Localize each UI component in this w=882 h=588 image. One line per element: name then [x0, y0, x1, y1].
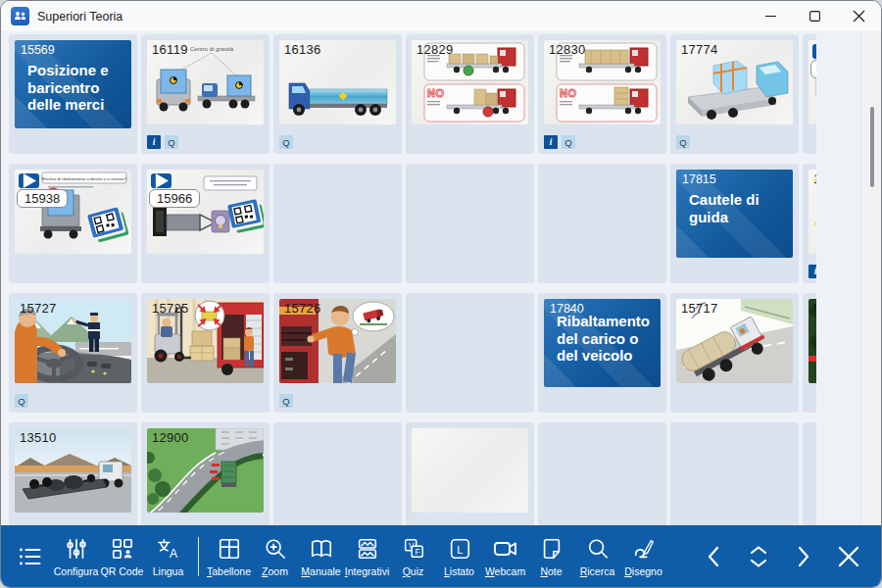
- play-button[interactable]: [812, 44, 816, 59]
- tile-number: 17840: [550, 302, 584, 316]
- tile-16136[interactable]: 16136 Q: [273, 34, 402, 154]
- toolbar-integrativi[interactable]: Integrativi: [344, 536, 390, 577]
- toolbar-qr-code[interactable]: QR Code: [99, 536, 145, 577]
- pen-icon: [632, 536, 656, 562]
- tile-number: 16119: [152, 42, 188, 57]
- quiz-badge[interactable]: Q: [676, 135, 690, 149]
- toolbar-label: QR Code: [101, 565, 144, 577]
- close-button[interactable]: [837, 1, 881, 31]
- tile-15569[interactable]: 15569 Posizione e baricentro delle merci: [9, 34, 137, 154]
- titlebar: Superiori Teoria: [1, 1, 881, 32]
- window-title: Superiori Teoria: [37, 10, 122, 24]
- webcam-icon: [493, 536, 518, 562]
- bottom-toolbar: Configura QR Code A Lingua Tab: [1, 525, 881, 587]
- toolbar-webcam[interactable]: Webcam: [482, 536, 528, 577]
- toolbar-lingua[interactable]: A Lingua: [145, 536, 191, 577]
- quiz-badge[interactable]: Q: [279, 135, 293, 149]
- toolbar-tabellone[interactable]: Tabellone: [206, 536, 252, 577]
- empty-cell: [273, 164, 402, 283]
- book-icon: [310, 536, 333, 562]
- tile-17840[interactable]: 17840 Ribaltamento del carico o del veic…: [538, 293, 666, 413]
- toolbar-list-button[interactable]: [7, 544, 53, 569]
- tile-15937[interactable]: Rischio di ribaltamento in avanti o all'…: [803, 34, 816, 154]
- tile-number: 15938: [17, 189, 68, 208]
- tile-15938[interactable]: Rischio di ribaltamento a destra o a sin…: [9, 164, 137, 283]
- tile-number: 17815: [682, 172, 716, 186]
- tile-15725[interactable]: 15725: [141, 293, 270, 413]
- maximize-icon: [809, 11, 820, 22]
- toolbar-quiz[interactable]: V F Quiz: [390, 536, 436, 577]
- tile-12829[interactable]: 12829 NO: [406, 34, 534, 154]
- quiz-badge[interactable]: Q: [562, 135, 575, 149]
- tile-15727[interactable]: 15727 Q: [9, 293, 137, 413]
- toolbar-label: Listato: [444, 565, 474, 577]
- slide-grid-area: 15569 Posizione e baricentro delle merci…: [1, 32, 881, 525]
- toolbar-manuale[interactable]: Manuale: [298, 536, 344, 577]
- tile-15717[interactable]: 15717: [670, 293, 799, 413]
- tile-17774[interactable]: 17774 Q: [670, 34, 799, 154]
- quiz-badge[interactable]: Q: [279, 394, 293, 408]
- slide-grid: 15569 Posizione e baricentro delle merci…: [9, 34, 816, 525]
- minimize-button[interactable]: [749, 1, 793, 31]
- svg-text:Rischio di ribaltamento a dest: Rischio di ribaltamento a destra o a sin…: [42, 176, 127, 181]
- tile-9841[interactable]: 9841 La Forza del vento aumenta il momen…: [803, 293, 816, 413]
- toolbar-configura[interactable]: Configura: [53, 536, 99, 577]
- list-l-icon: L: [448, 536, 471, 562]
- sliders-icon: [65, 536, 88, 562]
- chapter-tile: 17815 Cautele di guida: [676, 170, 793, 258]
- info-badge[interactable]: i: [147, 135, 161, 149]
- info-badge[interactable]: i: [808, 265, 816, 278]
- toolbar-label: Manuale: [301, 565, 340, 577]
- toolbar-disegno[interactable]: Disegno: [620, 536, 666, 577]
- tile-12830[interactable]: 12830 NO i Q: [538, 34, 666, 154]
- empty-cell: [406, 293, 534, 413]
- tile-number: 15937: [810, 60, 816, 78]
- vertical-scrollbar[interactable]: [860, 32, 881, 525]
- toolbar-label: Configura: [54, 565, 99, 577]
- tile-15726[interactable]: 15726 Q: [273, 293, 402, 413]
- translate-icon: A: [157, 536, 180, 562]
- tile-number: 17774: [681, 42, 718, 57]
- qr-code-icon: [111, 536, 134, 562]
- tile-12900[interactable]: 12900: [141, 422, 270, 525]
- maximize-button[interactable]: [793, 1, 837, 31]
- empty-cell: [538, 164, 666, 283]
- tile-16119[interactable]: Centro di gravità: [141, 34, 270, 154]
- quiz-badge[interactable]: Q: [165, 135, 178, 149]
- toolbar-label: Disegno: [624, 565, 662, 577]
- tile-15966[interactable]: 15966: [141, 164, 270, 283]
- empty-cell: [406, 164, 534, 283]
- chevrons-up-down-icon: [748, 545, 769, 568]
- app-icon: [11, 7, 29, 25]
- toolbar-label: Webcam: [485, 565, 525, 577]
- toolbar-label: Tabellone: [207, 565, 251, 577]
- toolbar-zoom[interactable]: Zoom: [252, 536, 298, 577]
- toolbar-ricerca[interactable]: Ricerca: [574, 536, 620, 577]
- expand-collapse-button[interactable]: [738, 534, 779, 579]
- info-badge[interactable]: i: [544, 135, 558, 149]
- previous-button[interactable]: [693, 534, 734, 579]
- toolbar-listato[interactable]: L Listato: [436, 536, 482, 577]
- tile-13510[interactable]: 13510: [9, 422, 137, 525]
- tile-16184[interactable]: 50 % 50 % 16184 i: [803, 164, 816, 283]
- scrollbar-thumb[interactable]: [870, 107, 874, 187]
- toolbar-note[interactable]: Note: [528, 536, 574, 577]
- exit-button[interactable]: [828, 534, 869, 579]
- toolbar-label: Ricerca: [580, 565, 615, 577]
- quiz-badge[interactable]: Q: [15, 394, 28, 408]
- play-button[interactable]: [151, 173, 172, 188]
- no-label: NO: [560, 87, 577, 99]
- close-icon: [854, 11, 864, 22]
- empty-cell: [273, 422, 402, 525]
- chevron-right-icon: [795, 546, 812, 567]
- note-icon: [540, 536, 564, 562]
- tile-17815[interactable]: 17815 Cautele di guida: [670, 164, 799, 283]
- next-button[interactable]: [783, 534, 824, 579]
- chevron-left-icon: [705, 546, 722, 567]
- partial-cell: [803, 422, 816, 525]
- svg-text:F: F: [415, 547, 419, 557]
- minimize-icon: [765, 11, 776, 22]
- play-button[interactable]: [19, 173, 39, 188]
- tile-number: 15727: [20, 301, 57, 316]
- tile-number: 12830: [549, 42, 586, 57]
